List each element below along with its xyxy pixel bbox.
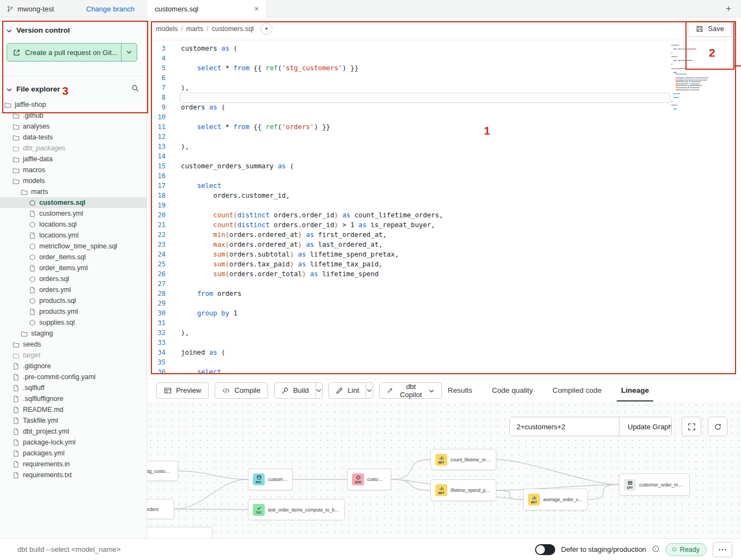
tree-item-jaffle-shop[interactable]: jaffle-shop bbox=[0, 99, 147, 110]
code-editor[interactable]: 3customers as (45 select * from {{ ref('… bbox=[147, 40, 741, 379]
code-line-5[interactable]: 5 select * from {{ ref('stg_customers') … bbox=[147, 63, 741, 73]
tree-item-requirements.txt[interactable]: requirements.txt bbox=[0, 470, 147, 480]
current-branch[interactable]: mwong-test bbox=[7, 0, 54, 17]
new-tab-button[interactable]: + bbox=[721, 2, 736, 16]
code-line-15[interactable]: 15customer_orders_summary as ( bbox=[147, 161, 741, 171]
code-line-18[interactable]: 18 orders.customer_id, bbox=[147, 191, 741, 200]
tree-item-.gitignore[interactable]: .gitignore bbox=[0, 361, 147, 372]
code-line-3[interactable]: 3customers as ( bbox=[147, 44, 741, 53]
code-line-9[interactable]: 9orders as ( bbox=[147, 102, 741, 112]
tree-item-models[interactable]: models bbox=[0, 175, 147, 186]
version-control-header[interactable]: Version control bbox=[7, 26, 139, 34]
build-button[interactable]: Build bbox=[275, 383, 315, 398]
tree-item-supplies.sql[interactable]: supplies.sql bbox=[0, 317, 147, 328]
code-line-28[interactable]: 28 from orders bbox=[147, 289, 741, 299]
code-line-4[interactable]: 4 bbox=[147, 53, 741, 63]
code-line-35[interactable]: 35 bbox=[147, 357, 741, 367]
code-line-34[interactable]: 34joined as ( bbox=[147, 348, 741, 357]
pull-request-dropdown[interactable] bbox=[121, 44, 137, 61]
tree-item-dbt_packages[interactable]: dbt_packages bbox=[0, 143, 147, 154]
lineage-node-partial[interactable] bbox=[147, 527, 212, 538]
tree-item-analyses[interactable]: analyses bbox=[0, 121, 147, 132]
code-line-30[interactable]: 30 group by 1 bbox=[147, 308, 741, 318]
fullscreen-button[interactable] bbox=[682, 417, 701, 436]
code-line-19[interactable]: 19 bbox=[147, 200, 741, 210]
file-explorer-header[interactable]: File explorer bbox=[0, 76, 147, 99]
code-line-13[interactable]: 13), bbox=[147, 142, 741, 151]
tab-lineage[interactable]: Lineage bbox=[621, 379, 649, 402]
tree-item-package-lock.yml[interactable]: package-lock.yml bbox=[0, 437, 147, 448]
tree-item-locations.sql[interactable]: locations.sql bbox=[0, 219, 147, 230]
code-line-36[interactable]: 36 select bbox=[147, 367, 741, 377]
create-pull-request-main[interactable]: Create a pull request on Git... bbox=[7, 44, 121, 61]
compile-button[interactable]: Compile bbox=[215, 382, 268, 399]
update-graph-button[interactable]: Update Graph bbox=[619, 417, 672, 436]
build-dropdown[interactable] bbox=[315, 383, 322, 398]
save-button[interactable]: Save bbox=[688, 21, 732, 37]
tree-item-packages.yml[interactable]: packages.yml bbox=[0, 448, 147, 459]
tree-item-seeds[interactable]: seeds bbox=[0, 339, 147, 350]
lineage-node-customer_order_metrics[interactable]: QRYcustomer_order_metrics bbox=[619, 473, 690, 496]
tree-item-order_items.sql[interactable]: order_items.sql bbox=[0, 252, 147, 263]
tree-item-locations.yml[interactable]: locations.yml bbox=[0, 230, 147, 241]
lineage-node-customers_sem[interactable]: SEMcustomers bbox=[347, 468, 391, 490]
code-line-25[interactable]: 25 sum(orders.tax_paid) as lifetime_tax_… bbox=[147, 259, 741, 269]
code-line-23[interactable]: 23 max(orders.ordered_at) as last_ordere… bbox=[147, 240, 741, 249]
code-line-11[interactable]: 11 select * from {{ ref('orders') }} bbox=[147, 122, 741, 132]
tab-results[interactable]: Results bbox=[448, 379, 472, 402]
code-line-16[interactable]: 16 bbox=[147, 171, 741, 181]
lineage-node-test_bools[interactable]: TSTtest_order_items_compute_to_bools... bbox=[248, 499, 345, 520]
tree-item-staging[interactable]: staging bbox=[0, 328, 147, 339]
code-line-22[interactable]: 22 min(orders.ordered_at) as first_order… bbox=[147, 230, 741, 240]
tree-item-Taskfile.yml[interactable]: Taskfile.yml bbox=[0, 415, 147, 426]
tree-item-products.yml[interactable]: products.yml bbox=[0, 306, 147, 317]
tree-item-products.sql[interactable]: products.sql bbox=[0, 295, 147, 306]
lineage-node-customers_model[interactable]: MDLcustomers bbox=[248, 468, 293, 490]
tree-item-.sqlfluff[interactable]: .sqlfluff bbox=[0, 382, 147, 393]
lineage-node-average_order_value[interactable]: METaverage_order_value bbox=[523, 489, 588, 510]
lint-dropdown[interactable] bbox=[366, 383, 373, 398]
tree-item-orders.sql[interactable]: orders.sql bbox=[0, 273, 147, 284]
tree-item-metricflow_time_spine.sql[interactable]: metricflow_time_spine.sql bbox=[0, 241, 147, 252]
defer-toggle[interactable] bbox=[535, 544, 555, 555]
code-line-10[interactable]: 10 bbox=[147, 112, 741, 122]
code-line-7[interactable]: 7), bbox=[147, 83, 741, 93]
info-icon[interactable] bbox=[652, 545, 659, 555]
status-badge[interactable]: Ready bbox=[665, 543, 707, 556]
code-line-20[interactable]: 20 count(distinct orders.order_id) as co… bbox=[147, 210, 741, 220]
code-line-12[interactable]: 12 bbox=[147, 132, 741, 142]
tab-close-icon[interactable]: × bbox=[254, 4, 259, 13]
dbt-copilot-button[interactable]: dbt Copilot bbox=[379, 382, 441, 399]
lineage-node-orders[interactable]: MDLorders bbox=[147, 499, 174, 519]
tree-item-customers.sql[interactable]: customers.sql bbox=[0, 197, 147, 208]
code-line-6[interactable]: 6 bbox=[147, 73, 741, 83]
lint-button[interactable]: Lint bbox=[329, 383, 366, 398]
code-line-31[interactable]: 31 bbox=[147, 318, 741, 328]
lineage-node-stg_customers[interactable]: MDLstg_customers bbox=[147, 461, 178, 481]
tree-item-.github[interactable]: .github bbox=[0, 110, 147, 121]
create-pull-request-button[interactable]: Create a pull request on Git... bbox=[7, 43, 137, 62]
tab-code-quality[interactable]: Code quality bbox=[492, 379, 533, 402]
copilot-circle-button[interactable] bbox=[260, 23, 272, 35]
code-line-17[interactable]: 17 select bbox=[147, 181, 741, 191]
tree-item-requirements.in[interactable]: requirements.in bbox=[0, 459, 147, 470]
code-line-33[interactable]: 33 bbox=[147, 338, 741, 348]
tree-item-orders.yml[interactable]: orders.yml bbox=[0, 284, 147, 295]
code-line-29[interactable]: 29 bbox=[147, 299, 741, 308]
code-line-21[interactable]: 21 count(distinct orders.order_id) > 1 a… bbox=[147, 220, 741, 230]
code-line-26[interactable]: 26 sum(orders.order_total) as lifetime_s… bbox=[147, 269, 741, 279]
lineage-selector-input[interactable] bbox=[510, 417, 619, 436]
tree-item-.sqlfluffignore[interactable]: .sqlfluffignore bbox=[0, 393, 147, 404]
code-line-14[interactable]: 14 bbox=[147, 151, 741, 161]
tree-item-data-tests[interactable]: data-tests bbox=[0, 132, 147, 143]
breadcrumb-models[interactable]: models bbox=[156, 25, 178, 33]
open-file-tab[interactable]: customers.sql × bbox=[147, 0, 267, 17]
code-line-8[interactable]: 8 bbox=[147, 93, 741, 102]
tree-item-README.md[interactable]: README.md bbox=[0, 404, 147, 415]
lineage-node-lifetime_spend_pretax[interactable]: METlifetime_spend_pretax bbox=[430, 479, 496, 501]
code-line-24[interactable]: 24 sum(orders.subtotal) as lifetime_spen… bbox=[147, 249, 741, 259]
change-branch-link[interactable]: Change branch bbox=[86, 0, 135, 17]
tree-item-order_items.yml[interactable]: order_items.yml bbox=[0, 263, 147, 273]
lineage-node-count_lifetime_orders[interactable]: METcount_lifetime_orders bbox=[430, 449, 496, 470]
code-line-27[interactable]: 27 bbox=[147, 279, 741, 289]
